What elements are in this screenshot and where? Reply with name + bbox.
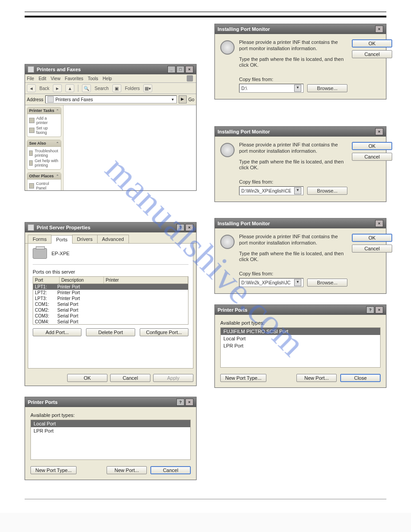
link-setup-faxing[interactable]: Set up faxing xyxy=(29,125,59,135)
tab-advanced[interactable]: Advanced xyxy=(97,235,129,243)
add-port-button[interactable]: Add Port... xyxy=(33,328,81,336)
panel-other-title: Other Places xyxy=(29,174,54,178)
address-value: Printers and Faxes xyxy=(56,97,93,102)
printer-server-icon xyxy=(33,248,47,259)
port-types-list[interactable]: Local PortLPR Port xyxy=(30,420,191,460)
forward-button[interactable]: ► xyxy=(53,84,62,92)
cancel-button[interactable]: Cancel xyxy=(110,374,150,382)
cancel-button[interactable]: Cancel xyxy=(352,153,392,161)
tab-drivers[interactable]: Drivers xyxy=(72,235,98,243)
views-button[interactable]: ▦▾ xyxy=(143,84,152,92)
close-button[interactable]: × xyxy=(375,220,383,227)
port-row[interactable]: COM4:Serial Port xyxy=(33,319,188,325)
copy-path-input[interactable]: D:\▼ xyxy=(239,84,304,93)
port-type-row[interactable]: LPR Port xyxy=(221,342,380,349)
cd-icon xyxy=(220,143,235,157)
help-button[interactable]: ? xyxy=(176,399,184,406)
port-type-row[interactable]: FUJIFILM PICTRO SCSI Port xyxy=(221,328,380,335)
tab-forms[interactable]: Forms xyxy=(28,235,51,243)
port-type-row[interactable]: Local Port xyxy=(221,335,380,342)
link-troubleshoot[interactable]: Troubleshoot printing xyxy=(29,148,59,158)
ok-button[interactable]: OK xyxy=(352,234,392,242)
copy-files-label: Copy files from: xyxy=(239,77,347,82)
dropdown-icon[interactable]: ▼ xyxy=(294,187,301,194)
browse-button[interactable]: Browse... xyxy=(307,279,347,287)
cancel-button[interactable]: Cancel xyxy=(150,466,191,474)
port-row[interactable]: COM3:Serial Port xyxy=(33,313,188,319)
server-icon xyxy=(28,224,34,231)
tab-ports[interactable]: Ports xyxy=(51,235,73,244)
configure-port-button[interactable]: Configure Port... xyxy=(140,328,188,336)
address-field[interactable]: Printers and Faxes ▼ xyxy=(45,95,177,103)
close-button[interactable]: × xyxy=(185,224,193,231)
back-button[interactable]: ◄ xyxy=(27,84,36,92)
port-type-row[interactable]: Local Port xyxy=(31,420,190,427)
link-add-printer[interactable]: Add a printer xyxy=(29,116,59,125)
installing-port-monitor-dialog-3: Installing Port Monitor × Please provide… xyxy=(214,218,386,294)
collapse-icon[interactable]: ⌃ xyxy=(56,109,59,113)
port-row[interactable]: COM1:Serial Port xyxy=(33,301,188,307)
link-get-help[interactable]: Get help with printing xyxy=(29,158,59,168)
ok-button[interactable]: OK xyxy=(67,374,107,382)
up-button[interactable]: ▲ xyxy=(65,84,74,92)
help-button[interactable]: ? xyxy=(366,306,374,313)
copy-path-input[interactable]: D:\Win2k_XP\English\JC▼ xyxy=(239,278,304,287)
port-type-row[interactable]: LPR Port xyxy=(31,427,190,434)
minimize-button[interactable]: _ xyxy=(167,66,176,73)
cd-icon xyxy=(220,235,235,249)
close-button[interactable]: × xyxy=(185,399,193,406)
menu-tools[interactable]: Tools xyxy=(88,76,98,81)
menu-view[interactable]: View xyxy=(51,76,60,81)
new-port-type-button[interactable]: New Port Type... xyxy=(30,466,77,474)
menu-favorites[interactable]: Favorites xyxy=(65,76,83,81)
ipm-message-2: Type the path where the file is located,… xyxy=(239,159,347,172)
ok-button[interactable]: OK xyxy=(352,142,392,150)
ports-list[interactable]: LPT1:Printer PortLPT2:Printer PortLPT3:P… xyxy=(33,284,188,325)
close-button[interactable]: × xyxy=(375,306,383,313)
installing-port-monitor-dialog-2: Installing Port Monitor × Please provide… xyxy=(214,126,386,202)
folders-label: Folders xyxy=(125,86,140,91)
new-port-type-button[interactable]: New Port Type... xyxy=(220,374,266,382)
printers-faxes-window: Printers and Faxes _ □ × File Edit View … xyxy=(25,64,197,191)
menu-file[interactable]: File xyxy=(27,76,34,81)
port-row[interactable]: LPT3:Printer Port xyxy=(33,296,188,301)
port-row[interactable]: LPT2:Printer Port xyxy=(33,290,188,296)
collapse-icon[interactable]: ⌃ xyxy=(56,174,59,178)
menu-help[interactable]: Help xyxy=(103,76,112,81)
close-button[interactable]: × xyxy=(185,66,193,73)
browse-button[interactable]: Browse... xyxy=(307,84,347,92)
link-control-panel[interactable]: Control Panel xyxy=(29,181,59,190)
menu-edit[interactable]: Edit xyxy=(39,76,46,81)
printer-ports-dialog-right: Printer Ports ? × Available port types: … xyxy=(214,305,386,388)
ok-button[interactable]: OK xyxy=(352,39,392,47)
port-row[interactable]: LPT1:Printer Port xyxy=(33,284,188,290)
maximize-button[interactable]: □ xyxy=(176,66,184,73)
xp-logo-icon xyxy=(187,75,193,82)
cancel-button[interactable]: Cancel xyxy=(352,50,392,58)
search-icon[interactable]: 🔍 xyxy=(82,84,91,92)
close-dialog-button[interactable]: Close xyxy=(340,374,381,382)
copy-path-input[interactable]: D:\Win2k_XP\English\CE▼ xyxy=(239,186,304,195)
delete-port-button[interactable]: Delete Port xyxy=(86,328,135,336)
go-button[interactable]: ▶ xyxy=(179,95,187,103)
browse-button[interactable]: Browse... xyxy=(307,187,347,195)
menu-bar: File Edit View Favorites Tools Help xyxy=(25,74,196,83)
address-label: Address xyxy=(27,97,43,102)
close-button[interactable]: × xyxy=(375,26,383,33)
cancel-button[interactable]: Cancel xyxy=(352,245,392,253)
close-button[interactable]: × xyxy=(375,128,383,135)
collapse-icon[interactable]: ⌃ xyxy=(56,142,59,146)
panel-tasks-title: Printer Tasks xyxy=(29,108,54,113)
help-button[interactable]: ? xyxy=(176,224,184,231)
dropdown-icon[interactable]: ▼ xyxy=(294,85,301,92)
address-icon xyxy=(47,96,54,103)
printers-list-area xyxy=(64,105,196,190)
server-name: EP-XPE xyxy=(51,251,69,256)
dropdown-icon[interactable]: ▼ xyxy=(294,279,301,286)
port-types-list[interactable]: FUJIFILM PICTRO SCSI PortLocal PortLPR P… xyxy=(220,327,381,368)
new-port-button[interactable]: New Port... xyxy=(296,374,337,382)
back-label: Back xyxy=(39,86,49,91)
new-port-button[interactable]: New Port... xyxy=(107,466,147,474)
folders-icon[interactable]: ▣ xyxy=(112,84,121,92)
port-row[interactable]: COM2:Serial Port xyxy=(33,307,188,313)
